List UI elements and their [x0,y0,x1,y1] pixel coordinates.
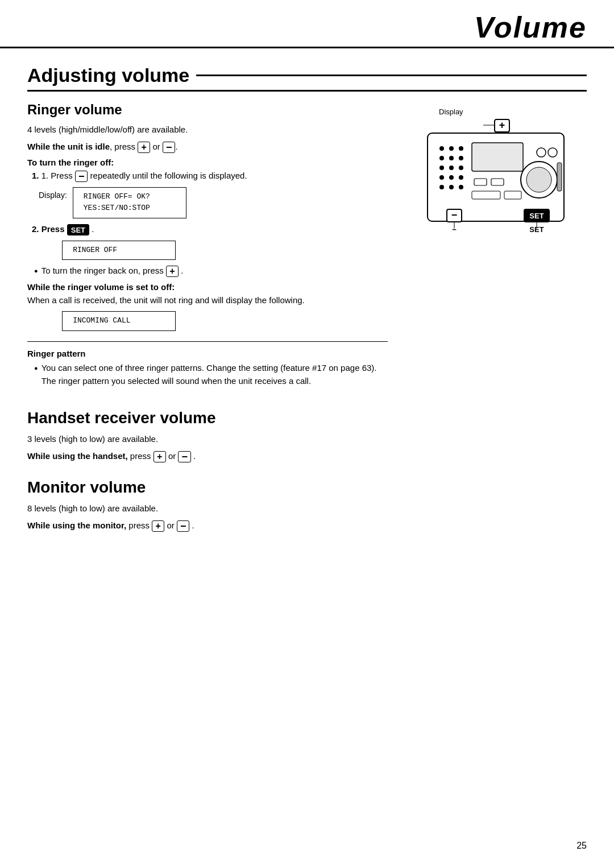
device-illustration-column: Display + [405,102,587,391]
svg-point-23 [526,167,551,192]
svg-point-12 [459,166,463,170]
handset-section: Handset receiver volume 3 levels (high t… [27,409,587,462]
plus-button-monitor: + [152,520,164,532]
monitor-levels: 8 levels (high to low) are available. [27,502,587,515]
display-box-1-wrap: Display: RINGER OFF= OK? YES:SET/NO:STOP [39,187,388,219]
display2-line1: RINGER OFF [73,245,165,257]
minus-button-idle: − [163,142,176,153]
page-number: 25 [576,841,587,851]
plus-button-idle: + [138,142,150,153]
display-line2: YES:SET/NO:STOP [84,202,176,214]
monitor-instruction: While using the monitor, press + or − . [27,519,587,532]
display-box-2-wrap: RINGER OFF [39,241,388,261]
minus-button-handset: − [178,451,191,462]
ringer-volume-section: Ringer volume 4 levels (high/middle/low/… [27,102,587,391]
set-button-step2: SET [67,224,89,235]
idle-text: While the unit is idle, press + or −. [27,140,388,154]
idle-bold: While the unit is idle [27,142,110,151]
svg-rect-28 [557,163,562,191]
levels-text: 4 levels (high/middle/low/off) are avail… [27,123,388,137]
svg-point-10 [439,166,444,170]
ringer-volume-left: Ringer volume 4 levels (high/middle/low/… [27,102,388,391]
svg-rect-26 [472,191,500,199]
minus-button-monitor: − [177,520,190,532]
ringer-volume-heading: Ringer volume [27,102,388,118]
plus-button-bullet: + [166,266,179,277]
svg-text:+: + [499,119,505,131]
display-box-2: RINGER OFF [62,241,176,261]
turn-off-heading: To turn the ringer off: [27,158,388,167]
svg-point-15 [459,175,463,180]
monitor-heading: Monitor volume [27,478,587,497]
minus-button-step1: − [75,171,88,182]
page-title: Volume [0,10,587,44]
lower-sections: Handset receiver volume 3 levels (high t… [27,409,587,532]
svg-point-7 [439,156,444,160]
svg-point-21 [548,148,557,157]
svg-point-13 [439,175,444,180]
svg-point-5 [449,146,454,151]
device-label-display: Display [439,108,463,116]
svg-point-6 [459,146,463,151]
main-content: Adjusting volume Ringer volume 4 levels … [0,48,614,571]
svg-rect-27 [504,191,521,199]
svg-point-17 [449,185,454,189]
svg-point-4 [439,146,444,151]
display-box-1: RINGER OFF= OK? YES:SET/NO:STOP [73,187,186,219]
display-label-1: Display: [39,187,67,200]
ringer-pattern-text: You can select one of three ringer patte… [42,362,388,387]
page-header: Volume [0,0,614,48]
svg-point-20 [537,148,546,157]
ringer-set-off-heading: While the ringer volume is set to off: [27,282,388,292]
svg-point-18 [459,185,463,189]
svg-point-11 [449,166,454,170]
svg-rect-25 [491,179,504,185]
svg-text:−: − [451,209,458,221]
monitor-section: Monitor volume 8 levels (high to low) ar… [27,478,587,532]
section-title: Adjusting volume [27,64,587,92]
svg-text:SET: SET [529,212,544,220]
step-2: 2. Press SET . [32,223,388,236]
step-1: 1. 1. Press − repeatedly until the follo… [32,170,388,183]
svg-point-8 [449,156,454,160]
handset-instruction: While using the handset, press + or − . [27,450,587,463]
svg-point-16 [439,185,444,189]
display-box-incoming-wrap: INCOMING CALL [39,311,388,331]
ringer-pattern-section: Ringer pattern You can select one of thr… [27,341,388,387]
ringer-set-off-text: When a call is received, the unit will n… [27,294,388,307]
svg-rect-19 [472,143,523,171]
bullet-ringer-on: To turn the ringer back on, press + . [34,264,388,278]
svg-point-14 [449,175,454,180]
ringer-pattern-heading: Ringer pattern [27,349,388,358]
device-svg: + [410,117,581,248]
display-box-incoming: INCOMING CALL [62,311,176,331]
plus-button-handset: + [154,451,166,462]
svg-point-9 [459,156,463,160]
display-line1: RINGER OFF= OK? [84,191,176,203]
ringer-pattern-bullet: You can select one of three ringer patte… [34,362,388,387]
handset-heading: Handset receiver volume [27,409,587,427]
handset-levels: 3 levels (high to low) are available. [27,433,587,446]
incoming-call-text: INCOMING CALL [73,315,165,327]
svg-rect-24 [474,179,487,185]
